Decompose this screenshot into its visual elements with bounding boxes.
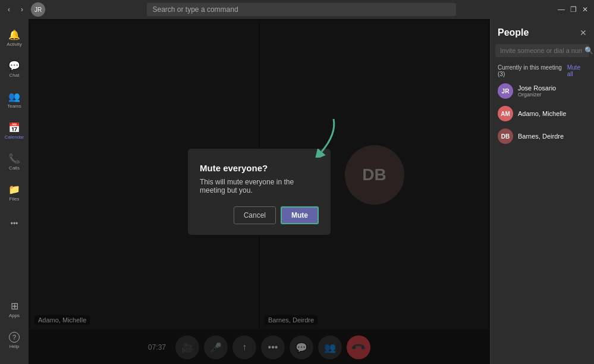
sidebar-item-apps-label: Apps <box>9 313 20 318</box>
participant-info-michelle: Adamo, Michelle <box>518 110 566 117</box>
forward-button[interactable]: › <box>18 5 26 14</box>
participant-role-jose: Organizer <box>518 92 556 98</box>
user-avatar-top: JR <box>31 2 45 17</box>
sidebar: 🔔 Activity 💬 Chat 👥 Teams 📅 Calendar 📞 C… <box>0 19 29 364</box>
sidebar-item-files[interactable]: 📁 Files <box>2 178 26 207</box>
restore-button[interactable]: ❐ <box>569 5 577 14</box>
files-icon: 📁 <box>8 184 20 195</box>
sidebar-item-calendar[interactable]: 📅 Calendar <box>2 117 26 145</box>
participant-deirdre: DB Barnes, Deirdre <box>491 125 594 148</box>
sidebar-item-chat-label: Chat <box>10 73 20 78</box>
mute-button[interactable]: Mute <box>281 206 319 224</box>
calls-icon: 📞 <box>8 153 20 164</box>
modal-buttons: Cancel Mute <box>200 206 319 224</box>
arrow-svg <box>301 116 342 158</box>
participant-info-jose: Jose Rosario Organizer <box>518 84 556 98</box>
panel-close-button[interactable]: ✕ <box>580 28 587 37</box>
sidebar-item-activity-label: Activity <box>7 42 21 47</box>
sidebar-item-help-label: Help <box>10 344 19 349</box>
main-layout: 🔔 Activity 💬 Chat 👥 Teams 📅 Calendar 📞 C… <box>0 19 594 364</box>
activity-icon: 🔔 <box>8 29 20 40</box>
top-bar: ‹ › JR Search or type a command — ❐ ✕ <box>0 0 594 19</box>
participant-name-michelle: Adamo, Michelle <box>518 110 566 117</box>
help-icon: ? <box>9 332 20 343</box>
participant-name-deirdre: Barnes, Deirdre <box>518 133 564 140</box>
invite-search-icon: 🔍 <box>584 46 593 55</box>
teams-icon: 👥 <box>8 91 20 102</box>
content-area: Adamo, Michelle DB Barnes, Deirdre 07:37… <box>29 19 490 364</box>
sidebar-item-calls-label: Calls <box>9 165 20 171</box>
sidebar-item-activity[interactable]: 🔔 Activity <box>2 24 26 52</box>
mute-all-button[interactable]: Mute all <box>567 64 587 77</box>
top-bar-right: — ❐ ✕ <box>557 5 589 14</box>
avatar-michelle: AM <box>498 106 513 121</box>
sidebar-item-files-label: Files <box>10 196 20 202</box>
sidebar-item-calendar-label: Calendar <box>5 134 24 140</box>
participant-name-jose: Jose Rosario <box>518 84 556 92</box>
participant-info-deirdre: Barnes, Deirdre <box>518 133 564 140</box>
sidebar-item-teams-label: Teams <box>7 103 21 109</box>
search-bar[interactable]: Search or type a command <box>147 3 456 16</box>
section-header: Currently in this meeting (3) Mute all <box>491 62 594 80</box>
cancel-button[interactable]: Cancel <box>234 206 276 224</box>
modal-title: Mute everyone? <box>200 163 319 173</box>
close-button[interactable]: ✕ <box>581 5 589 14</box>
panel-title: People <box>498 27 529 38</box>
minimize-button[interactable]: — <box>557 5 565 14</box>
modal-overlay: Mute everyone? This will mute everyone i… <box>29 19 490 364</box>
top-bar-left: ‹ › JR <box>5 2 45 17</box>
chat-icon: 💬 <box>8 60 20 71</box>
sidebar-item-chat[interactable]: 💬 Chat <box>2 55 26 83</box>
search-bar-container: Search or type a command <box>45 3 557 16</box>
more-icon: ••• <box>11 219 18 228</box>
people-panel: People ✕ 🔍 Currently in this meeting (3)… <box>490 19 594 364</box>
sidebar-item-calls[interactable]: 📞 Calls <box>2 148 26 176</box>
sidebar-item-teams[interactable]: 👥 Teams <box>2 86 26 114</box>
apps-icon: ⊞ <box>11 300 18 312</box>
sidebar-bottom: ⊞ Apps ? Help <box>2 295 26 359</box>
modal-description: This will mute everyone in the meeting b… <box>200 178 319 194</box>
participant-michelle: AM Adamo, Michelle <box>491 102 594 125</box>
search-placeholder: Search or type a command <box>153 5 238 14</box>
panel-header: People ✕ <box>491 19 594 44</box>
calendar-icon: 📅 <box>8 122 20 133</box>
avatar-deirdre: DB <box>498 128 513 144</box>
arrow-indicator <box>301 116 342 160</box>
invite-bar: 🔍 <box>495 44 589 57</box>
mute-everyone-modal: Mute everyone? This will mute everyone i… <box>188 149 331 235</box>
sidebar-item-help[interactable]: ? Help <box>2 326 26 354</box>
sidebar-item-apps[interactable]: ⊞ Apps <box>2 295 26 324</box>
invite-input[interactable] <box>500 47 582 54</box>
back-button[interactable]: ‹ <box>5 5 13 14</box>
sidebar-item-more[interactable]: ••• <box>2 209 26 238</box>
section-label: Currently in this meeting (3) <box>498 64 567 77</box>
participant-jose: JR Jose Rosario Organizer <box>491 80 594 102</box>
avatar-jose: JR <box>498 83 513 99</box>
